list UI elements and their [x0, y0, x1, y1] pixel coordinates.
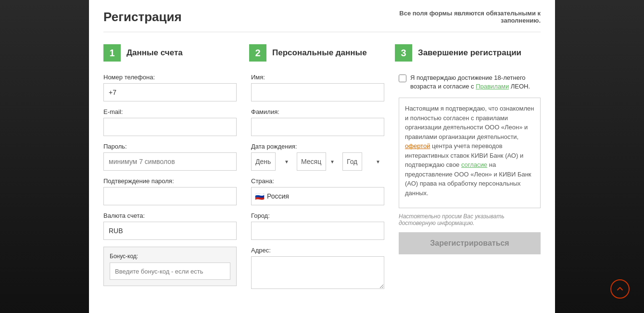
city-group: Город:: [251, 212, 384, 240]
password-label: Пароль:: [103, 143, 237, 150]
register-button[interactable]: Зарегистрироваться: [399, 232, 541, 254]
completion-column: Я подтверждаю достижение 18-летнего возр…: [399, 74, 541, 298]
step-2: 2 Персональные данные: [249, 44, 395, 62]
page-header: Регистрация Все поля формы являются обяз…: [103, 10, 541, 32]
country-label: Страна:: [251, 177, 384, 185]
confirm-input[interactable]: [103, 187, 237, 205]
year-wrapper: Год: [342, 152, 384, 171]
currency-input[interactable]: [103, 222, 237, 240]
personal-column: Имя: Фамилия: Дата рождения: День: [251, 74, 384, 298]
birthdate-label: Дата рождения:: [251, 143, 384, 150]
date-row: День Месяц Год: [251, 152, 384, 171]
bonus-label: Бонус-код:: [110, 253, 230, 260]
address-input[interactable]: [251, 256, 384, 289]
email-label: E-mail:: [103, 108, 237, 115]
city-input[interactable]: [251, 222, 384, 240]
terms-checkbox-row: Я подтверждаю достижение 18-летнего возр…: [399, 74, 541, 91]
russia-flag-icon: 🇷🇺: [255, 192, 265, 201]
step-1-number: 1: [103, 44, 121, 62]
right-sidebar: [555, 0, 644, 313]
confirm-group: Подтверждение пароля:: [103, 177, 237, 205]
terms-checkbox[interactable]: [399, 75, 406, 82]
month-wrapper: Месяц: [297, 152, 339, 171]
name-group: Имя:: [251, 74, 384, 101]
step-3-number: 3: [395, 44, 412, 62]
step-2-number: 2: [249, 44, 266, 62]
step-2-label: Персональные данные: [272, 48, 367, 58]
surname-input[interactable]: [251, 118, 384, 136]
city-label: Город:: [251, 212, 384, 219]
currency-group: Валюта счета:: [103, 212, 237, 240]
country-input[interactable]: [251, 187, 384, 205]
terms-checkbox-label: Я подтверждаю достижение 18-летнего возр…: [410, 74, 541, 91]
birthdate-group: Дата рождения: День Месяц: [251, 143, 384, 171]
country-input-wrapper: 🇷🇺: [251, 187, 384, 205]
password-input[interactable]: [103, 152, 237, 171]
year-select[interactable]: Год: [342, 152, 362, 171]
day-select[interactable]: День: [251, 152, 276, 171]
consent-link[interactable]: согласие: [461, 161, 487, 168]
left-sidebar: [0, 0, 89, 313]
bonus-box: Бонус-код:: [103, 247, 237, 286]
surname-label: Фамилия:: [251, 108, 384, 115]
scroll-top-button[interactable]: [610, 279, 630, 299]
name-label: Имя:: [251, 74, 384, 81]
address-group: Адрес:: [251, 247, 384, 291]
terms-note: Настоятельно просим Вас указывать достов…: [399, 213, 541, 226]
terms-box[interactable]: Настоящим я подтверждаю, что ознакомлен …: [399, 98, 541, 208]
address-label: Адрес:: [251, 247, 384, 254]
steps-row: 1 Данные счета 2 Персональные данные 3 З…: [103, 44, 541, 62]
step-1-label: Данные счета: [126, 48, 183, 58]
email-input[interactable]: [103, 118, 237, 136]
password-group: Пароль:: [103, 143, 237, 171]
phone-input[interactable]: [103, 83, 237, 101]
currency-label: Валюта счета:: [103, 212, 237, 219]
account-column: Номер телефона: E-mail: Пароль: Подтверж…: [103, 74, 237, 298]
page-title: Регистрация: [103, 10, 182, 25]
form-columns: Номер телефона: E-mail: Пароль: Подтверж…: [103, 74, 541, 298]
oferta-link[interactable]: офертой: [405, 142, 430, 150]
step-3: 3 Завершение регистрации: [395, 44, 541, 62]
main-content: Регистрация Все поля формы являются обяз…: [89, 0, 555, 313]
month-select[interactable]: Месяц: [297, 152, 326, 171]
step-3-label: Завершение регистрации: [418, 48, 521, 58]
phone-label: Номер телефона:: [103, 74, 237, 81]
rules-link[interactable]: Правилами: [476, 83, 509, 90]
email-group: E-mail:: [103, 108, 237, 136]
surname-group: Фамилия:: [251, 108, 384, 136]
name-input[interactable]: [251, 83, 384, 101]
day-wrapper: День: [251, 152, 293, 171]
step-1: 1 Данные счета: [103, 44, 249, 62]
phone-group: Номер телефона:: [103, 74, 237, 101]
country-group: Страна: 🇷🇺: [251, 177, 384, 205]
confirm-label: Подтверждение пароля:: [103, 177, 237, 185]
required-note: Все поля формы являются обязательными к …: [372, 10, 541, 24]
bonus-input[interactable]: [110, 263, 230, 280]
